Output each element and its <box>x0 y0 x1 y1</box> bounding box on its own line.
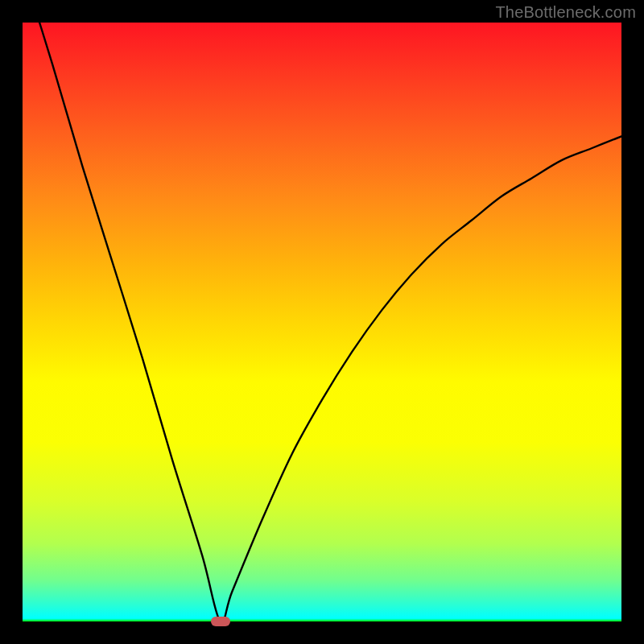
watermark-text: TheBottleneck.com <box>495 3 636 22</box>
chart-plot-area <box>23 23 621 621</box>
bottleneck-curve <box>23 23 621 621</box>
optimal-point-marker <box>211 617 230 626</box>
